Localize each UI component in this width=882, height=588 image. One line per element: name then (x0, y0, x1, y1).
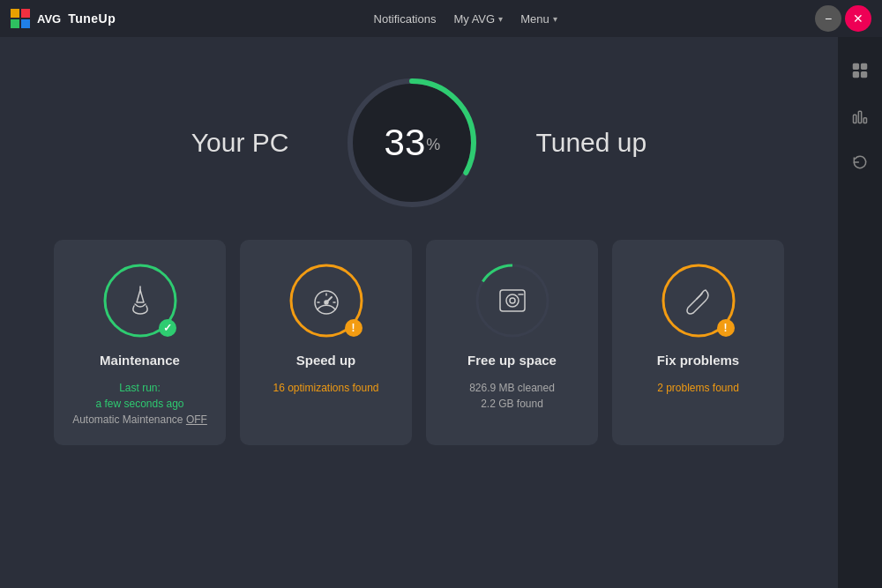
brand-label: AVG (37, 12, 61, 26)
logo-area: AVG TuneUp (11, 9, 116, 28)
svg-point-25 (510, 298, 515, 303)
svg-rect-6 (854, 72, 859, 78)
svg-rect-5 (862, 64, 867, 70)
maintenance-lastrun-label: Last run: (119, 382, 161, 394)
svg-rect-4 (854, 64, 859, 70)
myavg-chevron-icon: ▾ (498, 14, 503, 24)
speedup-subtitle: 16 optimizations found (273, 380, 378, 396)
tuneup-progress-circle: 33% (341, 72, 482, 213)
menu-nav[interactable]: Menu ▾ (520, 12, 557, 26)
fixproblems-icon (672, 274, 725, 327)
hero-right-label: Tuned up (535, 128, 647, 158)
maintenance-card[interactable]: ✓ Maintenance Last run: a few seconds ag… (54, 240, 226, 445)
notifications-nav[interactable]: Notifications (374, 12, 437, 26)
svg-rect-9 (858, 111, 861, 123)
speedup-detail: 16 optimizations found (273, 382, 378, 394)
freespace-subtitle: 826.9 MB cleaned 2.2 GB found (469, 380, 555, 412)
hero-section: Your PC 33% Tuned up (0, 37, 838, 240)
freespace-icon-ring (473, 261, 552, 340)
titlebar: AVG TuneUp Notifications My AVG ▾ Menu ▾… (0, 0, 882, 37)
fixproblems-subtitle: 2 problems found (657, 380, 739, 396)
fixproblems-badge: ! (717, 319, 735, 337)
freespace-icon (486, 274, 539, 327)
maintenance-icon-ring: ✓ (101, 261, 180, 340)
svg-rect-8 (854, 115, 856, 123)
freespace-cleaned: 826.9 MB cleaned (469, 382, 555, 394)
sidebar-refresh-icon[interactable] (844, 146, 876, 178)
refresh-icon (851, 153, 869, 171)
maintenance-lastrun-value: a few seconds ago (95, 398, 183, 410)
svg-rect-2 (11, 19, 19, 28)
wrench-icon (681, 283, 716, 318)
myavg-nav[interactable]: My AVG ▾ (453, 12, 503, 26)
circle-percent-display: 33% (385, 124, 441, 161)
grid-icon (851, 62, 869, 79)
speedup-card[interactable]: ! Speed up 16 optimizations found (240, 240, 412, 445)
fixproblems-card[interactable]: ! Fix problems 2 problems found (612, 240, 784, 445)
nav-area: Notifications My AVG ▾ Menu ▾ (374, 12, 557, 26)
percent-value: 33 (385, 122, 426, 163)
sidebar-grid-icon[interactable] (844, 55, 876, 86)
svg-rect-3 (21, 19, 30, 28)
freespace-title: Free up space (467, 353, 557, 368)
main-content: Your PC 33% Tuned up (0, 37, 838, 588)
app-title: TuneUp (68, 11, 116, 26)
speedup-icon (300, 274, 353, 327)
maintenance-auto-label: Automatic Maintenance (72, 413, 186, 426)
window-controls: − ✕ (815, 5, 871, 32)
maintenance-auto-toggle[interactable]: OFF (186, 413, 207, 426)
speedup-badge: ! (345, 319, 363, 337)
svg-point-17 (325, 301, 328, 304)
fixproblems-icon-ring: ! (659, 261, 738, 340)
svg-rect-7 (862, 72, 867, 78)
svg-rect-10 (863, 118, 866, 123)
maintenance-title: Maintenance (100, 353, 180, 368)
close-button[interactable]: ✕ (845, 5, 871, 32)
hero-left-label: Your PC (191, 128, 289, 158)
svg-line-28 (697, 294, 702, 299)
menu-chevron-icon: ▾ (553, 14, 557, 24)
sidebar-chart-icon[interactable] (844, 100, 876, 132)
harddrive-icon (495, 283, 530, 318)
svg-rect-23 (500, 290, 525, 311)
right-sidebar (838, 37, 882, 588)
speedup-title: Speed up (296, 353, 356, 368)
avg-logo-icon (11, 9, 30, 28)
percent-symbol: % (426, 136, 440, 153)
svg-rect-0 (11, 9, 19, 18)
bar-chart-icon (851, 108, 869, 125)
speedometer-icon (309, 283, 344, 318)
maintenance-subtitle: Last run: a few seconds ago Automatic Ma… (72, 380, 207, 428)
minimize-button[interactable]: − (815, 5, 841, 32)
broom-icon (123, 283, 158, 318)
fixproblems-detail: 2 problems found (657, 382, 739, 394)
svg-point-24 (506, 294, 519, 307)
speedup-icon-ring: ! (287, 261, 366, 340)
freespace-found: 2.2 GB found (481, 398, 543, 410)
freespace-card[interactable]: Free up space 826.9 MB cleaned 2.2 GB fo… (426, 240, 598, 445)
fixproblems-title: Fix problems (657, 353, 739, 368)
maintenance-icon (114, 274, 167, 327)
maintenance-badge: ✓ (159, 319, 176, 337)
svg-rect-1 (21, 9, 30, 18)
feature-cards: ✓ Maintenance Last run: a few seconds ag… (0, 240, 838, 445)
